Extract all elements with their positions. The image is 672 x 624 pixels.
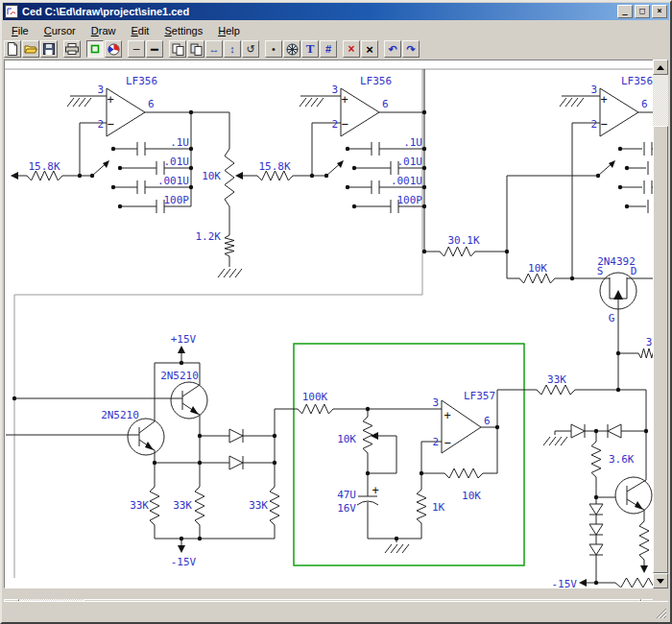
svg-text:+: + [600, 93, 607, 107]
move-vertical-button[interactable]: ↕ [224, 40, 241, 58]
scroll-down-button[interactable] [653, 573, 668, 588]
svg-text:LF356: LF356 [126, 75, 157, 87]
dot-button[interactable]: • [265, 40, 282, 58]
grid-button[interactable]: # [320, 40, 337, 58]
svg-text:+: + [372, 484, 378, 497]
svg-text:10K: 10K [528, 262, 547, 275]
svg-text:.001U: .001U [157, 175, 189, 187]
scroll-up-button[interactable] [653, 60, 668, 75]
vertical-scrollbar[interactable] [653, 60, 668, 588]
floppy-disk-icon [43, 43, 55, 55]
new-button[interactable] [4, 40, 21, 58]
menu-settings[interactable]: Settings [156, 23, 210, 38]
app-window: Ced C:\Ed\draw\project\sine1.ced _ □ × F… [0, 0, 672, 624]
svg-text:100P: 100P [397, 194, 423, 206]
svg-text:−: − [600, 117, 607, 131]
open-button[interactable] [22, 40, 39, 58]
svg-text:G: G [609, 312, 615, 324]
schematic-drawing: LF356 3 2 + − 6 15.8K .1U .01U .001U 100… [5, 60, 656, 588]
svg-text:15.8K: 15.8K [258, 160, 290, 173]
junction-dots [12, 110, 648, 585]
move-horizontal-button[interactable]: ↔ [205, 40, 223, 58]
svg-text:LF357: LF357 [464, 390, 495, 402]
svg-text:+: + [107, 93, 113, 107]
svg-text:10K: 10K [337, 433, 356, 445]
window-title: Ced C:\Ed\draw\project\sine1.ced [22, 6, 617, 17]
svg-text:1.2K: 1.2K [196, 230, 222, 243]
svg-text:100P: 100P [164, 194, 190, 206]
printer-icon [65, 43, 79, 55]
color-wheel-button[interactable] [105, 40, 122, 58]
svg-text:15.8K: 15.8K [28, 160, 60, 173]
svg-text:2: 2 [432, 436, 439, 448]
rotate-button[interactable]: ↺ [242, 40, 259, 58]
svg-text:2: 2 [97, 118, 104, 131]
duplicate-button[interactable] [187, 40, 204, 58]
svg-text:-15V: -15V [171, 556, 197, 568]
svg-text:33K: 33K [249, 499, 268, 512]
svg-text:−: − [341, 117, 348, 131]
svg-text:2N5210: 2N5210 [101, 409, 139, 421]
copy-button[interactable] [169, 40, 186, 58]
svg-text:.1U: .1U [403, 136, 422, 149]
scroll-up-icon [657, 65, 664, 70]
svg-text:30.1K: 30.1K [447, 234, 479, 247]
menu-file[interactable]: File [4, 23, 36, 38]
toolbar: ─ ━ ↔ ↕ ↺ • T # × × ↶ ↷ [2, 39, 670, 59]
scroll-down-icon [657, 579, 664, 584]
svg-text:6: 6 [484, 415, 491, 427]
work-area: LF356 3 2 + − 6 15.8K .1U .01U .001U 100… [4, 60, 668, 599]
thin-line-button[interactable]: ─ [128, 40, 145, 58]
zoom-region-button[interactable] [86, 40, 104, 58]
delete-red-button[interactable]: × [343, 40, 360, 58]
svg-text:100K: 100K [302, 391, 328, 403]
schematic-canvas[interactable]: LF356 3 2 + − 6 15.8K .1U .01U .001U 100… [4, 60, 657, 588]
svg-text:−: − [107, 117, 113, 131]
svg-text:.01U: .01U [164, 156, 190, 168]
svg-text:D: D [631, 265, 637, 277]
svg-text:+: + [341, 93, 348, 107]
svg-text:6: 6 [382, 98, 389, 110]
print-button[interactable] [63, 40, 81, 58]
svg-text:16V: 16V [337, 502, 356, 515]
new-file-icon [7, 42, 18, 56]
title-bar[interactable]: Ced C:\Ed\draw\project\sine1.ced _ □ × [3, 3, 669, 20]
duplicate-pages-icon [190, 43, 203, 56]
menu-cursor[interactable]: Cursor [36, 23, 84, 38]
svg-text:3: 3 [590, 84, 597, 96]
menu-edit[interactable]: Edit [123, 23, 156, 38]
svg-text:+: + [444, 409, 450, 422]
save-button[interactable] [40, 40, 58, 58]
svg-text:47U: 47U [337, 489, 356, 501]
svg-text:2: 2 [590, 118, 597, 131]
svg-text:6: 6 [641, 98, 648, 110]
svg-text:2N5210: 2N5210 [160, 370, 199, 382]
undo-button[interactable]: ↶ [384, 40, 401, 58]
svg-text:2: 2 [331, 118, 338, 131]
svg-text:LF356: LF356 [360, 75, 392, 87]
menu-help[interactable]: Help [210, 23, 248, 38]
delete-black-button[interactable]: × [361, 40, 378, 58]
menu-bar: File Cursor Draw Edit Settings Help [2, 21, 670, 39]
svg-text:3: 3 [646, 336, 653, 348]
vertical-scroll-thumb[interactable] [653, 126, 668, 573]
wheel-button[interactable] [283, 40, 300, 58]
wheel-icon [286, 43, 299, 56]
svg-text:6: 6 [148, 98, 155, 110]
svg-text:33K: 33K [547, 373, 566, 386]
maximize-button[interactable]: □ [635, 5, 650, 18]
copy-pages-icon [172, 43, 184, 56]
menu-draw[interactable]: Draw [84, 23, 124, 38]
svg-text:1K: 1K [432, 501, 445, 514]
thick-line-button[interactable]: ━ [146, 40, 163, 58]
redo-button[interactable]: ↷ [402, 40, 420, 58]
minimize-button[interactable]: _ [617, 5, 633, 18]
svg-text:3: 3 [97, 84, 104, 96]
svg-text:.001U: .001U [391, 175, 422, 187]
close-button[interactable]: × [652, 5, 667, 18]
svg-text:.01U: .01U [397, 156, 423, 168]
text-tool-button[interactable]: T [301, 40, 319, 58]
color-wheel-icon [108, 43, 120, 56]
svg-text:-15V: -15V [552, 578, 578, 588]
resize-grip-icon[interactable] [655, 607, 667, 619]
